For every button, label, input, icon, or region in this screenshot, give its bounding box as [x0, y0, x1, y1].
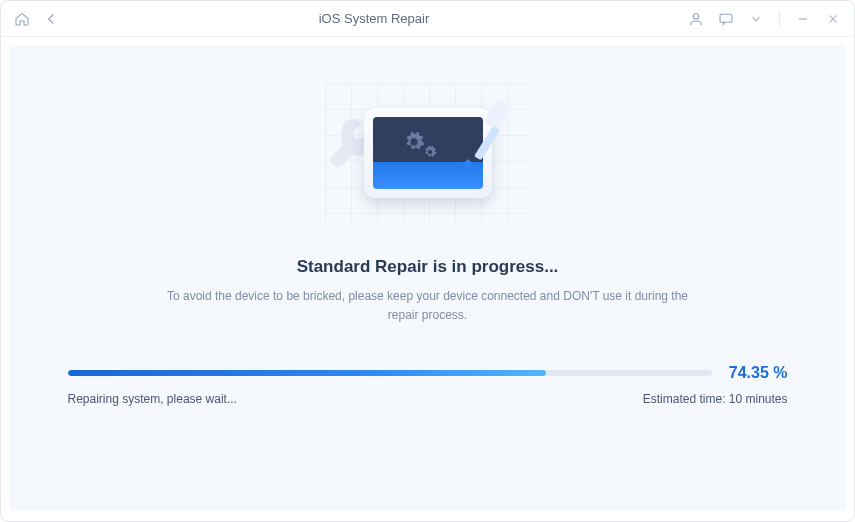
- back-arrow-icon[interactable]: [41, 8, 63, 30]
- svg-point-0: [693, 13, 698, 18]
- progress-percent: 74.35 %: [724, 364, 788, 382]
- gear-icon: [403, 131, 425, 157]
- window-title: iOS System Repair: [63, 11, 685, 26]
- svg-rect-2: [482, 99, 512, 132]
- progress-fill: [68, 370, 547, 376]
- main-panel: Standard Repair is in progress... To avo…: [9, 45, 846, 511]
- titlebar-right: [685, 8, 844, 30]
- feedback-icon[interactable]: [715, 8, 737, 30]
- progress-subtext: To avoid the device to be bricked, pleas…: [158, 287, 698, 324]
- home-icon[interactable]: [11, 8, 33, 30]
- repair-illustration: [325, 83, 531, 223]
- titlebar: iOS System Repair: [1, 1, 854, 37]
- progress-track: [68, 370, 712, 376]
- user-icon[interactable]: [685, 8, 707, 30]
- chevron-down-icon[interactable]: [745, 8, 767, 30]
- progress-heading: Standard Repair is in progress...: [297, 257, 559, 277]
- close-icon[interactable]: [822, 8, 844, 30]
- titlebar-divider: [779, 11, 780, 27]
- gear-small-icon: [423, 145, 437, 163]
- titlebar-left: [11, 8, 63, 30]
- minimize-icon[interactable]: [792, 8, 814, 30]
- progress-meta: Repairing system, please wait... Estimat…: [68, 392, 788, 406]
- screwdriver-icon: [449, 99, 519, 185]
- progress-status: Repairing system, please wait...: [68, 392, 237, 406]
- progress-bar-container: 74.35 %: [68, 364, 788, 382]
- progress-eta: Estimated time: 10 minutes: [643, 392, 788, 406]
- app-window: iOS System Repair: [0, 0, 855, 522]
- svg-rect-3: [474, 126, 500, 161]
